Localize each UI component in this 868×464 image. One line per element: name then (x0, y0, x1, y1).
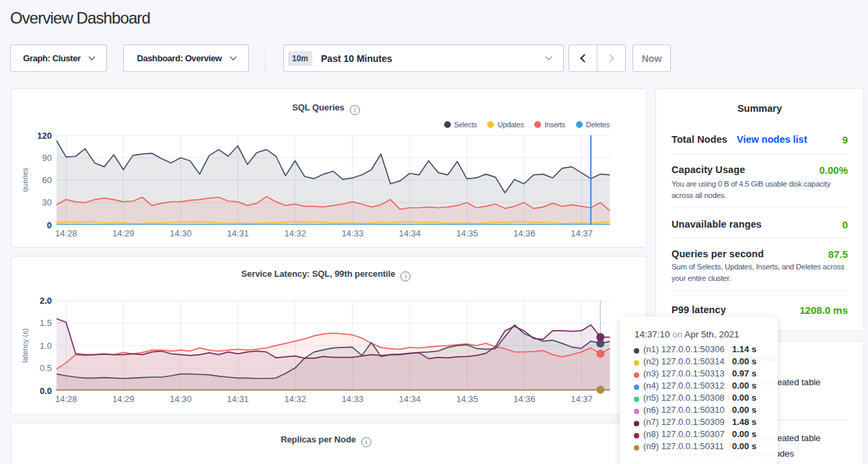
svg-text:queries: queries (21, 167, 29, 192)
svg-text:14:29: 14:29 (112, 394, 135, 404)
svg-text:14:30: 14:30 (170, 394, 192, 404)
svg-text:1.0: 1.0 (40, 341, 52, 351)
svg-text:0: 0 (47, 220, 52, 230)
svg-text:60: 60 (42, 175, 52, 185)
svg-text:14:28: 14:28 (55, 394, 77, 404)
svg-text:14:34: 14:34 (399, 394, 421, 404)
svg-text:120: 120 (37, 131, 52, 141)
svg-text:14:32: 14:32 (285, 228, 307, 238)
svg-text:14:35: 14:35 (456, 228, 478, 238)
svg-text:14:37: 14:37 (571, 394, 593, 404)
svg-text:14:36: 14:36 (513, 394, 536, 404)
svg-text:90: 90 (42, 153, 52, 163)
svg-text:14:34: 14:34 (399, 228, 421, 238)
svg-text:30: 30 (42, 197, 52, 207)
svg-text:14:36: 14:36 (513, 228, 536, 238)
svg-text:2.0: 2.0 (40, 296, 52, 306)
svg-text:latency (s): latency (s) (21, 329, 29, 363)
svg-text:14:35: 14:35 (456, 394, 478, 404)
svg-text:14:33: 14:33 (342, 228, 364, 238)
svg-text:1.5: 1.5 (40, 318, 52, 328)
svg-text:0.0: 0.0 (40, 386, 52, 396)
svg-text:14:31: 14:31 (227, 228, 249, 238)
svg-text:14:28: 14:28 (55, 228, 77, 238)
svg-text:14:31: 14:31 (227, 394, 249, 404)
svg-text:14:33: 14:33 (342, 394, 364, 404)
svg-text:14:29: 14:29 (112, 228, 135, 238)
svg-text:14:37: 14:37 (571, 228, 593, 238)
svg-text:14:30: 14:30 (170, 228, 192, 238)
svg-text:14:32: 14:32 (285, 394, 307, 404)
svg-text:0.5: 0.5 (40, 363, 52, 373)
